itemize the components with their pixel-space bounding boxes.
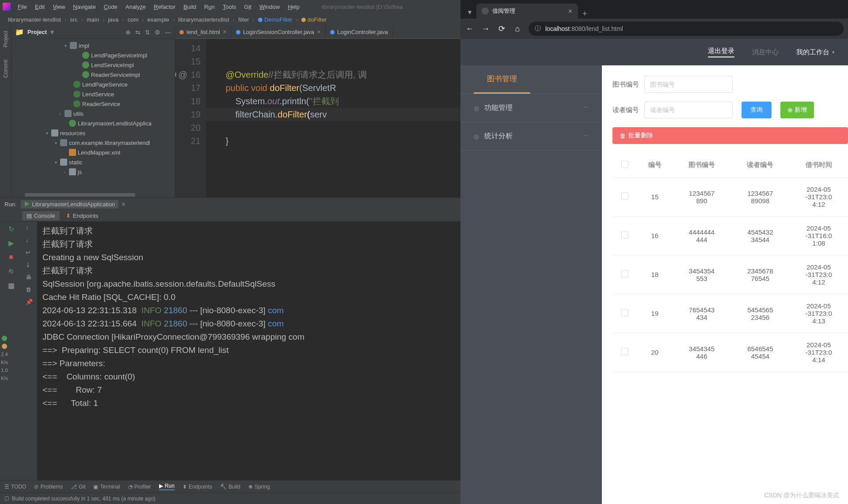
home-button[interactable]: ⌂ [513,24,522,34]
row-checkbox[interactable] [621,270,628,277]
checkbox-all[interactable] [621,161,628,168]
endpoints-tab-b[interactable]: ⬍ Endpoints [183,484,212,490]
table-row[interactable]: 1976545434345454565234562024-05-31T23:04… [612,294,848,333]
menu-view[interactable]: View [49,2,68,11]
status-text: Build completed successfully in 1 sec, 4… [12,496,156,502]
menu-help[interactable]: Help [284,2,303,11]
console-tab[interactable]: ▤Console [22,211,60,220]
crumb[interactable]: main [84,15,102,24]
row-checkbox[interactable] [621,309,628,316]
scroll-icon[interactable]: ⤓ [26,261,34,269]
table-row[interactable]: 1644444444444545432345442024-05-31T16:01… [612,216,848,255]
add-button[interactable]: ⊕新增 [780,102,814,118]
down-icon[interactable]: ↓ [26,237,34,245]
menu-edit[interactable]: Edit [31,2,48,11]
tree-scrollbar[interactable] [11,193,175,197]
row-checkbox[interactable] [621,193,628,200]
menu-analyze[interactable]: Analyze [122,2,149,11]
expand-all-icon[interactable]: ⇆ [135,29,141,36]
layout-button[interactable]: ▦ [7,281,15,290]
override-gutter-icon[interactable] [175,72,176,77]
close-icon[interactable]: ✕ [223,29,227,35]
editor-tab[interactable]: lend_list.html✕ [175,26,232,38]
sidebar-item-function[interactable]: ◎ 功能管理 ﹀ [460,94,602,122]
clear-icon[interactable]: 🗑 [26,286,34,294]
close-icon[interactable]: ✕ [568,8,573,15]
menu-file[interactable]: File [14,2,30,11]
close-icon[interactable]: ✕ [121,201,126,208]
terminal-tab[interactable]: ▣ Terminal [93,484,120,490]
project-tool-tab[interactable]: Project [2,29,10,49]
run-config[interactable]: ⯈LibrarymasterLendlistApplication [21,200,118,208]
problems-tab[interactable]: ⊘ Problems [34,484,63,490]
wrap-icon[interactable]: ↩ [26,249,34,257]
stop-button[interactable]: ■ [7,253,15,261]
crumb[interactable]: src [67,15,80,24]
query-button[interactable]: 查询 [742,102,772,118]
todo-tab[interactable]: ☰ TODO [4,484,26,490]
crumb[interactable]: librarymasterlendlist [175,15,232,24]
close-icon[interactable]: ✕ [317,29,321,35]
breadcrumb: librarymaster-lendlist› src› main› java›… [0,13,460,26]
run-tab[interactable]: ▶ Run [159,483,175,490]
select-opened-icon[interactable]: ⊕ [125,29,131,36]
spring-tab[interactable]: ❀ Spring [248,484,270,490]
sidebar-title[interactable]: 图书管理 [474,65,530,94]
crumb[interactable]: librarymaster-lendlist [5,15,64,24]
menu-window[interactable]: Window [256,2,283,11]
menu-code[interactable]: Code [100,2,121,11]
menu-tools[interactable]: Tools [219,2,240,11]
crumb[interactable]: java [105,15,121,24]
commit-tool-tab[interactable]: Commit [2,58,10,80]
build-tab[interactable]: 🔨 Build [220,484,240,490]
crumb[interactable]: example [145,15,172,24]
up-icon[interactable]: ↑ [26,224,34,232]
msg-center-link[interactable]: 消息中心 [752,48,779,57]
menu-run[interactable]: Run [201,2,218,11]
endpoints-tab[interactable]: ⬍Endpoints [61,211,103,220]
menu-build[interactable]: Build [180,2,200,11]
git-tab[interactable]: ⎇ Git [71,484,85,490]
crumb[interactable]: com [125,15,141,24]
table-row[interactable]: 1834543545532345678765452024-05-31T23:04… [612,255,848,294]
collapse-all-icon[interactable]: ⇅ [145,29,150,36]
project-tree[interactable]: ▾impl LendPageServiceImpl LendServiceImp… [11,39,175,197]
code-editor[interactable]: 14 15 @16 17 18 19 20 21 @Override//拦截到请… [175,39,460,197]
crumb[interactable]: filter [236,15,252,24]
table-row[interactable]: 1512345678901234567890982024-05-31T23:04… [612,178,848,216]
row-checkbox[interactable] [621,231,628,239]
logout-link[interactable]: 退出登录 [708,47,734,57]
site-info-icon[interactable]: ⓘ [535,25,541,33]
menu-refactor[interactable]: Refactor [150,2,179,11]
pin-icon[interactable]: 📌 [26,299,34,307]
console-output[interactable]: 拦截到了请求拦截到了请求Creating a new SqlSession拦截到… [37,222,460,480]
editor-tab[interactable]: LoginController.java [326,26,393,38]
menu-git[interactable]: Git [240,2,255,11]
crumb-class[interactable]: DemoFilter [255,15,295,24]
run-button[interactable]: ▶ [7,239,15,247]
hide-icon[interactable]: — [165,29,171,36]
forward-button[interactable]: → [481,24,491,34]
row-checkbox[interactable] [621,348,628,355]
reload-button[interactable]: ⟳ [497,24,506,34]
batch-delete-button[interactable]: 🗑批量删除 [612,127,848,144]
editor-tab[interactable]: LoginSessionController.java✕ [232,26,326,38]
sidebar-item-stats[interactable]: ◎ 统计分析 ﹀ [460,122,602,151]
dump-button[interactable]: ⎋ [7,267,15,276]
print-icon[interactable]: 🖶 [26,274,34,282]
menu-navigate[interactable]: Navigate [69,2,99,11]
browser-tab[interactable]: 借阅管理 ✕ [476,4,578,19]
back-button[interactable]: ← [465,24,475,34]
reader-id-input[interactable] [644,102,733,118]
tab-search-icon[interactable]: ▾ [463,5,476,19]
rerun-button[interactable]: ↻ [7,224,15,233]
new-tab-button[interactable]: + [578,9,592,19]
workbench-link[interactable]: 我的工作台▾ [796,48,835,57]
table-row[interactable]: 2034543454466546545454542024-05-31T23:04… [612,333,848,372]
pin-icon: ◎ [474,133,479,140]
crumb-method[interactable]: doFilter [299,15,329,24]
address-bar[interactable]: ⓘ localhost:8080/lend_list.html [529,22,844,36]
book-id-input[interactable] [644,76,733,93]
profiler-tab[interactable]: ◔ Profiler [128,484,151,490]
settings-icon[interactable]: ⚙ [155,29,160,36]
